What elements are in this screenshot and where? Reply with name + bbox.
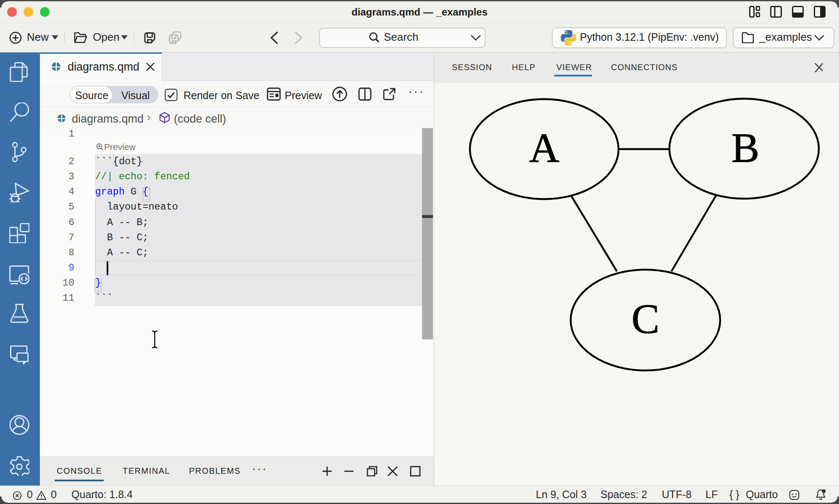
svg-text:C: C	[632, 295, 660, 342]
svg-text:A: A	[529, 125, 559, 171]
svg-text:B: B	[732, 124, 760, 171]
